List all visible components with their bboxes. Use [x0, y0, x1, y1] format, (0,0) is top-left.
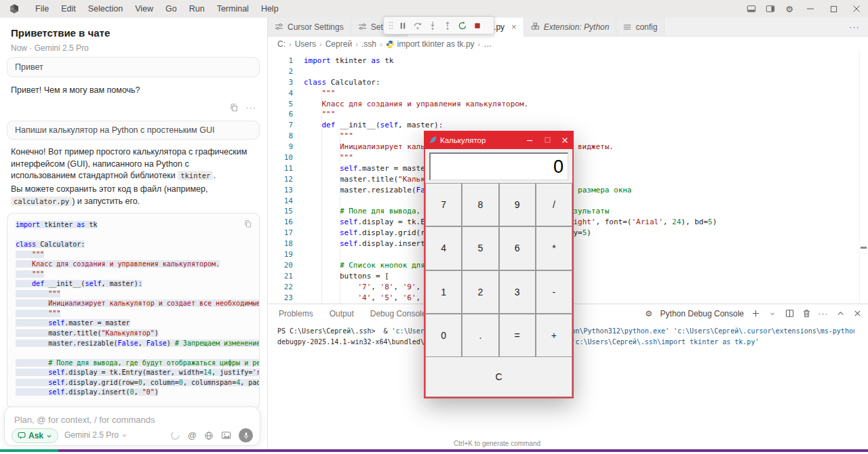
calc-button-0[interactable]: 0 — [425, 314, 462, 357]
calc-button-4[interactable]: 4 — [425, 226, 462, 270]
panel-close-icon[interactable] — [852, 308, 863, 319]
calc-minimize-icon[interactable] — [521, 131, 538, 149]
split-terminal-icon[interactable] — [784, 308, 795, 319]
menu-run[interactable]: Run — [183, 0, 211, 18]
code-text: import tkinter as tk — [304, 56, 393, 66]
chat-bubble-icon — [18, 432, 26, 440]
line-number: 20 — [268, 260, 293, 271]
code-text: '4', '5', '6', '*', — [304, 293, 443, 304]
panel-tab-problems[interactable]: Problems — [279, 305, 313, 323]
calc-button-divide[interactable]: / — [536, 183, 572, 226]
python-icon — [386, 40, 395, 49]
debug-console-icon: ⚙ — [644, 308, 654, 319]
stop-icon[interactable] — [470, 18, 484, 33]
calc-button-dot[interactable]: . — [462, 314, 498, 357]
panel-more-icon[interactable]: ··· — [818, 308, 829, 319]
maximize-icon[interactable] — [822, 0, 845, 18]
chat-input-box[interactable]: Plan, @ for context, / for commands Ask … — [4, 407, 260, 446]
breadcrumb-item[interactable]: import tkinter as tk.py — [386, 39, 475, 49]
minimize-icon[interactable] — [799, 0, 822, 18]
calc-button-multiply[interactable]: * — [536, 226, 572, 270]
line-number: 1 — [268, 56, 293, 66]
calc-button-minus[interactable]: - — [536, 270, 572, 314]
breadcrumb-item[interactable]: Users — [295, 39, 316, 49]
code-text: '7', '8', '9', '/', — [304, 282, 443, 293]
tab-close-icon[interactable]: × — [511, 22, 517, 32]
calc-button-clear[interactable]: C — [425, 356, 572, 397]
restart-icon[interactable] — [455, 18, 469, 33]
more-actions-icon[interactable]: ··· — [245, 102, 256, 112]
line-number: 18 — [268, 239, 293, 249]
step-into-icon[interactable] — [425, 18, 439, 33]
calc-close-icon[interactable] — [556, 131, 574, 149]
panel-tab-output[interactable]: Output — [330, 305, 354, 323]
pause-icon[interactable] — [395, 18, 410, 33]
image-icon[interactable] — [221, 430, 231, 440]
indent-guide — [340, 131, 340, 304]
calculator-window[interactable]: Калькулятор 0 789/456*123-0.=+ C — [424, 131, 574, 398]
copy-icon[interactable] — [229, 103, 239, 112]
calc-button-2[interactable]: 2 — [462, 270, 498, 314]
chat-code-line: """ — [16, 250, 251, 260]
editor-more-actions-icon[interactable]: ··· — [841, 22, 868, 32]
chat-code-line: """ — [16, 309, 251, 319]
calculator-display[interactable]: 0 — [429, 152, 568, 180]
menu-help[interactable]: Help — [255, 0, 285, 18]
menu-view[interactable]: View — [129, 0, 159, 18]
tab-extension-python[interactable]: Extension: Python — [524, 18, 617, 37]
calc-button-equals[interactable]: = — [499, 314, 536, 357]
copy-icon[interactable] — [243, 220, 252, 228]
model-selector[interactable]: Gemini 2.5 Pro — [64, 430, 127, 440]
calc-button-1[interactable]: 1 — [425, 270, 462, 314]
trash-icon[interactable] — [801, 308, 812, 319]
close-icon[interactable] — [845, 0, 868, 18]
code-text: def __init__(self, master): — [304, 120, 443, 131]
ask-mode-button[interactable]: Ask — [12, 428, 58, 443]
menu-go[interactable]: Go — [159, 0, 183, 18]
mic-icon — [242, 432, 250, 440]
calc-button-plus[interactable]: + — [536, 314, 572, 357]
grip-icon[interactable] — [387, 18, 395, 33]
layout-sidebar-icon[interactable] — [761, 0, 780, 18]
calculator-titlebar[interactable]: Калькулятор — [424, 131, 574, 149]
line-number: 14 — [268, 196, 293, 207]
breadcrumb-item[interactable]: .ssh — [361, 39, 376, 49]
breadcrumb-item[interactable]: … — [484, 39, 492, 49]
at-mention-icon[interactable]: @ — [188, 430, 197, 440]
terminal-dropdown-chevron-icon[interactable] — [767, 308, 778, 319]
calc-button-6[interactable]: 6 — [499, 226, 536, 270]
globe-icon[interactable] — [204, 431, 214, 440]
menu-selection[interactable]: Selection — [82, 0, 129, 18]
menu-edit[interactable]: Edit — [55, 0, 82, 18]
calc-button-5[interactable]: 5 — [462, 226, 498, 270]
calc-button-9[interactable]: 9 — [499, 183, 536, 226]
new-terminal-icon[interactable] — [750, 308, 761, 319]
mic-button[interactable] — [239, 428, 253, 442]
step-over-icon[interactable] — [410, 18, 425, 33]
breadcrumb-item[interactable]: Сергей — [326, 39, 353, 49]
calc-button-7[interactable]: 7 — [425, 183, 462, 226]
editor-scrollbar[interactable] — [859, 51, 868, 304]
panel-maximize-icon[interactable] — [835, 308, 846, 319]
chat-code-line: """ — [16, 289, 251, 300]
panel-tab-debug-console[interactable]: Debug Console — [370, 305, 427, 323]
tab-config[interactable]: config — [616, 18, 665, 37]
step-out-icon[interactable] — [440, 18, 454, 33]
menu-file[interactable]: File — [29, 0, 55, 18]
calc-button-8[interactable]: 8 — [462, 183, 498, 226]
breadcrumb-item[interactable]: C: — [277, 39, 285, 49]
tab-cursor-settings[interactable]: Cursor Settings — [268, 18, 351, 37]
calc-button-3[interactable]: 3 — [499, 270, 536, 314]
user-message-bubble[interactable]: Привет — [7, 57, 260, 77]
menu-terminal[interactable]: Terminal — [211, 0, 255, 18]
chat-code-line: self.display.insert(0, "0") — [16, 388, 251, 398]
breadcrumb[interactable]: C:›Users›Сергей›.ssh›import tkinter as t… — [268, 37, 868, 51]
user-message-bubble[interactable]: Напиши калькулятор на Python с простеньк… — [7, 121, 260, 140]
settings-gear-icon[interactable]: ⚙ — [780, 0, 799, 18]
chat-code-block[interactable]: import tkinter as tk class Calculator: "… — [7, 213, 260, 409]
line-number: 16 — [268, 217, 293, 228]
calc-maximize-icon[interactable] — [538, 131, 556, 149]
layout-panel-icon[interactable] — [742, 0, 761, 18]
status-debug-segment — [58, 449, 868, 452]
usage-circle-icon[interactable] — [170, 430, 180, 440]
